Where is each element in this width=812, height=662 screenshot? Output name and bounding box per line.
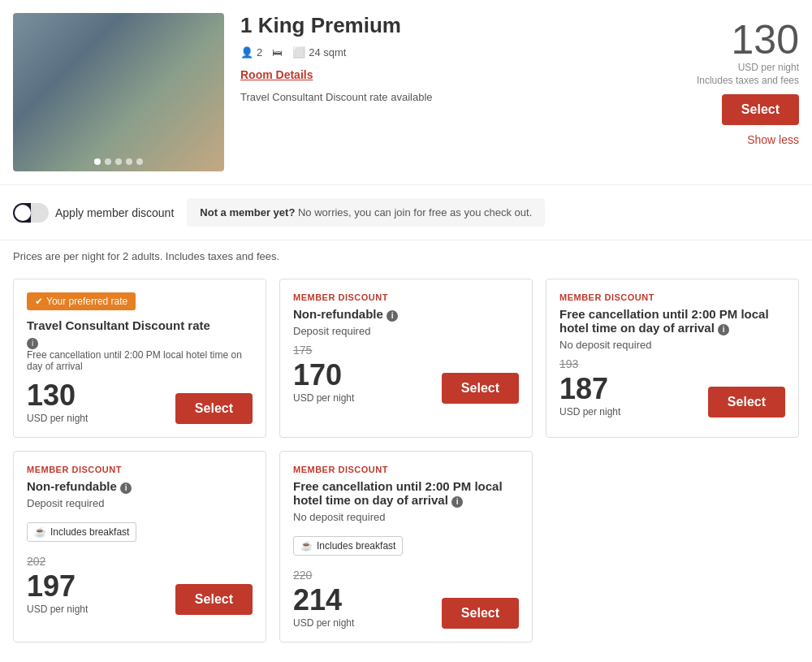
carousel-dot-1[interactable] bbox=[94, 158, 101, 165]
guests-icon: 👤 bbox=[240, 46, 253, 58]
select-button-4[interactable]: Select bbox=[175, 584, 253, 615]
member-discount-label-4: MEMBER DISCOUNT bbox=[27, 465, 253, 474]
per-night-4: USD per night bbox=[27, 604, 88, 615]
preferred-badge: ✔ Your preferred rate bbox=[27, 292, 136, 310]
member-note-bold: Not a member yet? bbox=[200, 206, 295, 219]
current-price-5: 214 bbox=[293, 583, 354, 617]
rate-title-2: Non-refundable i bbox=[293, 307, 519, 322]
room-title: 1 King Premium bbox=[240, 13, 661, 38]
info-icon-2[interactable]: i bbox=[387, 310, 398, 322]
current-price-4: 197 bbox=[27, 569, 88, 604]
guests-count: 2 bbox=[257, 46, 262, 58]
check-icon: ✔ bbox=[35, 296, 43, 307]
toggle-label: Apply member discount bbox=[55, 206, 174, 219]
current-price-1: 130 bbox=[27, 379, 88, 413]
deposit-4: Deposit required bbox=[27, 497, 253, 509]
info-icon-5[interactable]: i bbox=[451, 496, 463, 508]
member-note: Not a member yet? No worries, you can jo… bbox=[187, 198, 545, 227]
rate-title-4: Non-refundable i bbox=[27, 479, 253, 494]
rate-cards-row-1: ✔ Your preferred rate Travel Consultant … bbox=[0, 272, 812, 444]
rate-card-bottom-3: 193 187 USD per night Select bbox=[559, 357, 785, 418]
per-night-2: USD per night bbox=[293, 392, 354, 404]
member-discount-toggle[interactable] bbox=[13, 203, 49, 223]
original-price-2: 175 bbox=[293, 344, 354, 357]
breakfast-label-5: Includes breakfast bbox=[317, 540, 395, 552]
deposit-3: No deposit required bbox=[559, 339, 785, 351]
room-amenities: 👤 2 🛏 ⬜ 24 sqmt bbox=[240, 46, 661, 58]
price-subtext-2: Includes taxes and fees bbox=[677, 75, 799, 86]
rate-card-2: MEMBER DISCOUNT Non-refundable i Deposit… bbox=[279, 279, 533, 438]
rate-cards-row-2: MEMBER DISCOUNT Non-refundable i Deposit… bbox=[0, 444, 812, 649]
member-section: Apply member discount Not a member yet? … bbox=[0, 185, 812, 240]
info-icon-4[interactable]: i bbox=[120, 482, 132, 494]
original-price-3: 193 bbox=[559, 357, 620, 370]
carousel-dot-3[interactable] bbox=[115, 158, 122, 165]
breakfast-icon-4: ☕ bbox=[34, 526, 46, 538]
rate-card-5: MEMBER DISCOUNT Free cancellation until … bbox=[279, 451, 533, 643]
current-price-3: 187 bbox=[559, 372, 620, 406]
carousel-dot-2[interactable] bbox=[105, 158, 111, 165]
rate-title-3: Free cancellation until 2:00 PM local ho… bbox=[559, 307, 785, 335]
rate-card-3: MEMBER DISCOUNT Free cancellation until … bbox=[546, 279, 799, 438]
rate-card-4: MEMBER DISCOUNT Non-refundable i Deposit… bbox=[13, 451, 266, 643]
rate-card-1: ✔ Your preferred rate Travel Consultant … bbox=[13, 279, 266, 438]
member-discount-label-3: MEMBER DISCOUNT bbox=[559, 292, 785, 302]
original-price-4: 202 bbox=[27, 555, 88, 568]
member-discount-label-2: MEMBER DISCOUNT bbox=[293, 292, 519, 302]
info-icon-3[interactable]: i bbox=[718, 324, 729, 335]
main-select-button[interactable]: Select bbox=[722, 94, 799, 125]
original-price-5: 220 bbox=[293, 569, 354, 582]
rate-card-bottom-4: 202 197 USD per night Select bbox=[27, 555, 253, 615]
toggle-container: Apply member discount bbox=[13, 203, 174, 223]
room-image bbox=[13, 13, 224, 171]
pricing-info: Prices are per night for 2 adults. Inclu… bbox=[0, 240, 812, 272]
deposit-5: No deposit required bbox=[293, 511, 519, 523]
bed-amenity: 🛏 bbox=[272, 46, 283, 58]
size-amenity: ⬜ 24 sqmt bbox=[292, 46, 346, 58]
carousel-dot-5[interactable] bbox=[136, 158, 143, 165]
rate-card-bottom-5: 220 214 USD per night Select bbox=[293, 569, 519, 629]
rate-card-bottom-1: 130 USD per night Select bbox=[27, 379, 253, 424]
breakfast-label-4: Includes breakfast bbox=[50, 526, 129, 538]
member-note-text: No worries, you can join for free as you… bbox=[295, 206, 532, 219]
size-icon: ⬜ bbox=[292, 46, 305, 58]
per-night-3: USD per night bbox=[559, 406, 620, 418]
per-night-5: USD per night bbox=[293, 617, 354, 629]
rate-card-empty bbox=[546, 451, 799, 643]
breakfast-icon-5: ☕ bbox=[300, 540, 313, 552]
price-subtext-1: USD per night bbox=[677, 62, 799, 73]
toggle-knob bbox=[15, 205, 31, 221]
discount-text: Travel Consultant Discount rate availabl… bbox=[240, 91, 661, 103]
deposit-2: Deposit required bbox=[293, 325, 519, 337]
per-night-1: USD per night bbox=[27, 413, 88, 424]
breakfast-badge-4: ☕ Includes breakfast bbox=[27, 522, 136, 542]
current-price-2: 170 bbox=[293, 358, 354, 392]
price-section-4: 202 197 USD per night bbox=[27, 555, 88, 615]
guests-amenity: 👤 2 bbox=[240, 46, 262, 58]
member-discount-label-5: MEMBER DISCOUNT bbox=[293, 465, 519, 474]
bed-icon: 🛏 bbox=[272, 46, 283, 58]
show-less-link[interactable]: Show less bbox=[677, 133, 799, 146]
room-info: 1 King Premium 👤 2 🛏 ⬜ 24 sqmt Room Deta… bbox=[224, 13, 677, 171]
rate-title-5: Free cancellation until 2:00 PM local ho… bbox=[293, 479, 519, 508]
select-button-5[interactable]: Select bbox=[442, 598, 519, 629]
breakfast-badge-5: ☕ Includes breakfast bbox=[293, 536, 403, 556]
room-size: 24 sqmt bbox=[309, 46, 346, 58]
price-section-2: 175 170 USD per night bbox=[293, 344, 354, 404]
rate-card-bottom-2: 175 170 USD per night Select bbox=[293, 344, 519, 404]
preferred-badge-label: Your preferred rate bbox=[46, 296, 127, 307]
main-price: 130 bbox=[677, 19, 799, 60]
price-section-1: 130 USD per night bbox=[27, 379, 88, 424]
rate-title-1: Travel Consultant Discount rate bbox=[27, 318, 253, 332]
image-carousel-dots bbox=[94, 158, 143, 165]
price-section-3: 193 187 USD per night bbox=[559, 357, 620, 418]
room-price-section: 130 USD per night Includes taxes and fee… bbox=[677, 13, 799, 171]
carousel-dot-4[interactable] bbox=[126, 158, 132, 165]
price-section-5: 220 214 USD per night bbox=[293, 569, 354, 629]
select-button-1[interactable]: Select bbox=[175, 393, 253, 424]
select-button-2[interactable]: Select bbox=[442, 373, 519, 404]
select-button-3[interactable]: Select bbox=[708, 387, 785, 418]
room-details-link[interactable]: Room Details bbox=[240, 68, 661, 81]
info-icon-1[interactable]: i bbox=[27, 338, 38, 349]
room-header: 1 King Premium 👤 2 🛏 ⬜ 24 sqmt Room Deta… bbox=[0, 0, 812, 185]
